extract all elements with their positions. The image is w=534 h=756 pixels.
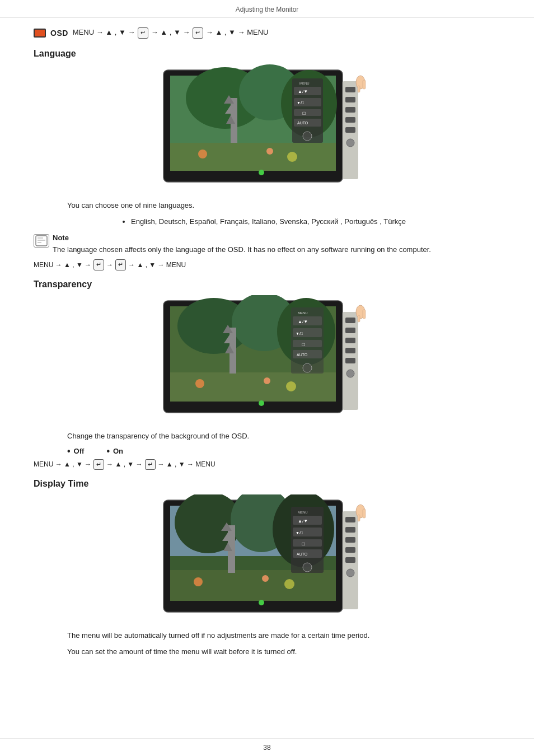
svg-rect-35 — [358, 86, 360, 92]
nav-enter-2: ↵ — [193, 27, 203, 39]
transparency-description: Change the transparency of the backgroun… — [67, 431, 500, 442]
display-time-heading: Display Time — [34, 479, 500, 489]
svg-point-47 — [195, 379, 204, 388]
svg-rect-71 — [358, 315, 360, 322]
note-content: The language chosen affects only the lan… — [53, 244, 431, 256]
svg-point-104 — [259, 600, 264, 605]
svg-point-49 — [286, 381, 296, 391]
display-time-monitor-image: MENU ▲/▼ ▼/□ ☐ AUTO — [158, 494, 376, 623]
svg-text:AUTO: AUTO — [297, 353, 308, 357]
svg-point-103 — [346, 569, 354, 577]
svg-rect-28 — [345, 107, 355, 113]
option-off: • Off — [67, 447, 84, 456]
svg-rect-66 — [345, 358, 355, 363]
language-nav: MENU → ▲ , ▼ → ↵ → ↵ → ▲ , ▼ → MENU — [34, 259, 500, 270]
nav-enter-trans-2: ↵ — [145, 459, 156, 470]
display-time-monitor-block: MENU ▲/▼ ▼/□ ☐ AUTO — [34, 494, 500, 623]
svg-rect-64 — [345, 338, 355, 343]
transparency-monitor-image: MENU ▲/▼ ▼/□ ☐ AUTO — [158, 295, 376, 424]
osd-icon — [34, 29, 46, 38]
svg-rect-20 — [294, 109, 321, 116]
note-label: Note — [53, 234, 431, 242]
svg-text:▲/▼: ▲/▼ — [298, 519, 308, 524]
svg-rect-62 — [345, 318, 355, 323]
svg-rect-101 — [345, 547, 355, 553]
svg-text:AUTO: AUTO — [297, 552, 308, 556]
option-on: • On — [106, 447, 123, 456]
svg-text:AUTO: AUTO — [297, 121, 308, 125]
svg-text:☐: ☐ — [302, 542, 305, 546]
svg-rect-107 — [358, 515, 360, 521]
svg-text:MENU: MENU — [298, 511, 308, 514]
svg-text:▲/▼: ▲/▼ — [298, 319, 308, 324]
language-list: English, Deutsch, Español, Français, Ita… — [123, 216, 500, 228]
display-time-desc1: The menu will be automatically turned of… — [67, 630, 500, 642]
svg-text:MENU: MENU — [299, 82, 310, 85]
svg-point-32 — [259, 170, 264, 175]
transparency-nav: MENU → ▲ , ▼ → ↵ → ▲ , ▼ → ↵ → ▲ , ▼ → M… — [34, 459, 500, 470]
note-box: Note The language chosen affects only th… — [34, 234, 500, 256]
nav-enter-lang-1: ↵ — [93, 259, 104, 270]
note-text-block: Note The language chosen affects only th… — [53, 234, 431, 256]
svg-point-24 — [303, 132, 312, 141]
svg-rect-63 — [345, 328, 355, 333]
svg-text:▲/▼: ▲/▼ — [298, 89, 308, 94]
svg-point-13 — [287, 152, 297, 162]
svg-rect-30 — [345, 127, 355, 133]
svg-point-31 — [346, 139, 354, 147]
svg-point-85 — [284, 579, 294, 589]
svg-text:☐: ☐ — [302, 343, 305, 347]
svg-text:☐: ☐ — [302, 111, 306, 115]
bullet-on: • — [106, 447, 110, 456]
page-header: Adjusting the Monitor — [0, 0, 534, 17]
svg-rect-98 — [345, 517, 355, 522]
bullet-off: • — [67, 447, 71, 456]
svg-point-48 — [264, 377, 270, 384]
svg-text:▼/□: ▼/□ — [296, 332, 303, 335]
option-on-label: On — [113, 447, 123, 455]
svg-rect-102 — [345, 557, 355, 563]
svg-text:▼/□: ▼/□ — [297, 101, 305, 105]
svg-rect-65 — [345, 348, 355, 353]
svg-rect-56 — [293, 340, 322, 347]
svg-point-11 — [198, 150, 207, 158]
svg-rect-29 — [345, 117, 355, 123]
transparency-options: • Off • On — [67, 447, 500, 456]
page-title: Adjusting the Monitor — [236, 6, 299, 13]
language-description: You can choose one of nine languages. — [67, 200, 500, 212]
page-footer: 38 — [0, 739, 534, 756]
osd-label: OSD — [50, 29, 68, 38]
svg-rect-78 — [170, 570, 336, 601]
svg-rect-92 — [293, 539, 322, 547]
page-number: 38 — [263, 744, 270, 752]
note-icon — [34, 234, 49, 248]
svg-point-68 — [259, 400, 264, 406]
svg-rect-26 — [345, 87, 355, 92]
nav-enter-trans-1: ↵ — [93, 459, 104, 470]
svg-rect-27 — [345, 97, 355, 102]
language-monitor-image: MENU ▲/▼ ▼/□ ☐ AUTO — [158, 64, 376, 193]
svg-text:MENU: MENU — [298, 311, 308, 315]
osd-title-row: OSD MENU → ▲ , ▼ → ↵ → ▲ , ▼ → ↵ → ▲ , ▼… — [34, 27, 500, 39]
svg-rect-70 — [363, 310, 366, 319]
svg-rect-42 — [170, 372, 336, 402]
svg-rect-34 — [363, 80, 366, 89]
svg-point-96 — [303, 563, 312, 572]
display-time-desc2: You can set the amount of time the menu … — [67, 646, 500, 658]
transparency-heading: Transparency — [34, 279, 500, 290]
svg-rect-100 — [345, 537, 355, 543]
osd-nav: MENU → ▲ , ▼ → ↵ → ▲ , ▼ → ↵ → ▲ , ▼ → M… — [73, 27, 269, 39]
svg-point-83 — [194, 577, 203, 586]
language-list-item: English, Deutsch, Español, Français, Ita… — [131, 217, 406, 226]
svg-text:▼/□: ▼/□ — [296, 531, 303, 535]
option-off-label: Off — [74, 447, 85, 455]
transparency-monitor-block: MENU ▲/▼ ▼/□ ☐ AUTO — [34, 295, 500, 424]
nav-enter-lang-2: ↵ — [115, 259, 126, 270]
svg-rect-6 — [170, 143, 336, 171]
language-heading: Language — [34, 49, 500, 59]
nav-enter-1: ↵ — [138, 27, 148, 39]
svg-point-12 — [266, 148, 273, 155]
page-content: OSD MENU → ▲ , ▼ → ↵ → ▲ , ▼ → ↵ → ▲ , ▼… — [0, 27, 534, 696]
svg-point-84 — [262, 575, 269, 582]
language-monitor-block: MENU ▲/▼ ▼/□ ☐ AUTO — [34, 64, 500, 193]
